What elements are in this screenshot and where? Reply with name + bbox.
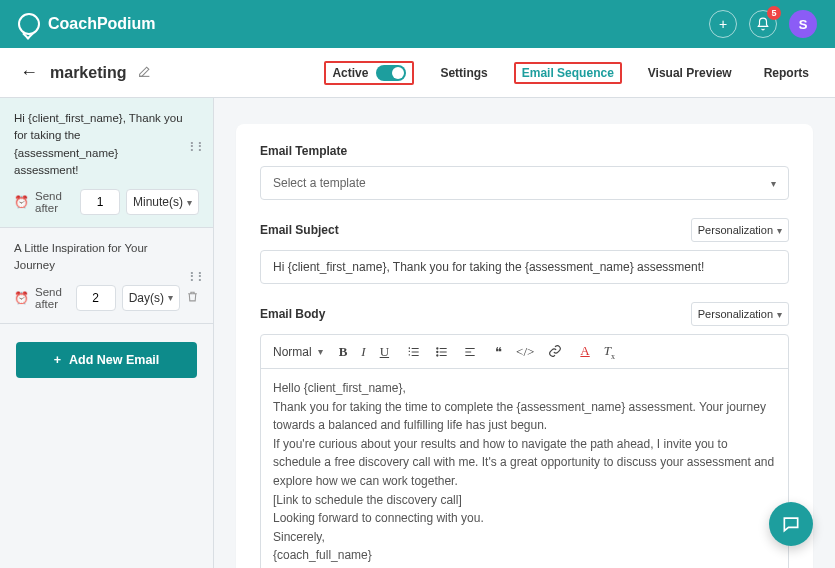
paragraph-format-select[interactable]: Normal▾ (273, 345, 323, 359)
clock-icon: ⏰ (14, 291, 29, 305)
send-after-unit[interactable]: Day(s)▾ (122, 285, 180, 311)
send-after-label: Send after (35, 190, 74, 214)
underline-button[interactable]: U (378, 342, 391, 362)
tab-email-sequence[interactable]: Email Sequence (514, 62, 622, 84)
brand[interactable]: CoachPodium (18, 13, 156, 35)
chevron-down-icon: ▾ (777, 309, 782, 320)
send-after-label: Send after (35, 286, 70, 310)
send-after-unit[interactable]: Minute(s)▾ (126, 189, 199, 215)
chevron-down-icon: ▾ (771, 178, 776, 189)
delete-email-icon[interactable] (186, 290, 199, 306)
template-select[interactable]: Select a template ▾ (260, 166, 789, 200)
body-personalization-select[interactable]: Personalization▾ (691, 302, 789, 326)
editor-body[interactable]: Hello {client_first_name}, Thank you for… (261, 369, 788, 568)
bell-icon (756, 17, 770, 31)
italic-button[interactable]: I (359, 342, 367, 362)
active-toggle-wrap: Active (324, 61, 414, 85)
email-list-sidebar: Hi {client_first_name}, Thank you for ta… (0, 98, 214, 568)
send-after-value[interactable] (76, 285, 116, 311)
chat-icon (781, 514, 801, 534)
brand-icon (18, 13, 40, 35)
bold-button[interactable]: B (337, 342, 350, 362)
send-after-value[interactable] (80, 189, 120, 215)
page-title: marketing (50, 64, 126, 82)
email-card-title: Hi {client_first_name}, Thank you for ta… (14, 110, 199, 179)
sub-header: ← marketing Active Settings Email Sequen… (0, 48, 835, 98)
top-bar: CoachPodium + 5 S (0, 0, 835, 48)
edit-title-icon[interactable] (138, 65, 151, 81)
subject-input[interactable] (260, 250, 789, 284)
email-card[interactable]: A Little Inspiration for Your Journey ⠇⠇… (0, 228, 213, 324)
active-label: Active (332, 66, 368, 80)
ordered-list-button[interactable] (405, 343, 423, 361)
chevron-down-icon: ▾ (318, 346, 323, 357)
email-card-title: A Little Inspiration for Your Journey (14, 240, 199, 275)
blockquote-button[interactable]: ❝ (493, 342, 504, 362)
help-chat-fab[interactable] (769, 502, 813, 546)
clock-icon: ⏰ (14, 195, 29, 209)
active-switch[interactable] (376, 65, 406, 81)
nav-tabs: Active Settings Email Sequence Visual Pr… (324, 61, 815, 85)
add-button[interactable]: + (709, 10, 737, 38)
subject-label: Email Subject (260, 223, 339, 237)
tab-settings[interactable]: Settings (434, 62, 493, 84)
back-arrow-icon[interactable]: ← (20, 62, 38, 83)
drag-handle-icon[interactable]: ⠇⠇ (189, 270, 205, 285)
svg-point-1 (437, 351, 438, 352)
add-new-email-button[interactable]: + Add New Email (16, 342, 197, 378)
template-label: Email Template (260, 144, 789, 158)
plus-icon: + (54, 353, 61, 367)
svg-point-2 (437, 354, 438, 355)
clear-format-button[interactable]: Tx (602, 341, 617, 363)
chevron-down-icon: ▾ (168, 292, 173, 303)
code-button[interactable]: </> (514, 342, 536, 362)
svg-point-0 (437, 347, 438, 348)
body-label: Email Body (260, 307, 325, 321)
editor-toolbar: Normal▾ B I U ❝ </> (261, 335, 788, 369)
link-button[interactable] (546, 342, 564, 362)
text-color-button[interactable]: A (578, 341, 591, 363)
avatar[interactable]: S (789, 10, 817, 38)
email-card[interactable]: Hi {client_first_name}, Thank you for ta… (0, 98, 213, 228)
subject-personalization-select[interactable]: Personalization▾ (691, 218, 789, 242)
email-editor-panel: Email Template Select a template ▾ Email… (236, 124, 813, 568)
brand-name: CoachPodium (48, 15, 156, 33)
top-actions: + 5 S (709, 10, 817, 38)
tab-reports[interactable]: Reports (758, 62, 815, 84)
notification-badge: 5 (767, 6, 781, 20)
chevron-down-icon: ▾ (187, 197, 192, 208)
notifications-button[interactable]: 5 (749, 10, 777, 38)
chevron-down-icon: ▾ (777, 225, 782, 236)
align-button[interactable] (461, 343, 479, 361)
tab-visual-preview[interactable]: Visual Preview (642, 62, 738, 84)
unordered-list-button[interactable] (433, 343, 451, 361)
main-content: Email Template Select a template ▾ Email… (214, 98, 835, 568)
rich-text-editor: Normal▾ B I U ❝ </> (260, 334, 789, 568)
drag-handle-icon[interactable]: ⠇⠇ (189, 140, 205, 155)
